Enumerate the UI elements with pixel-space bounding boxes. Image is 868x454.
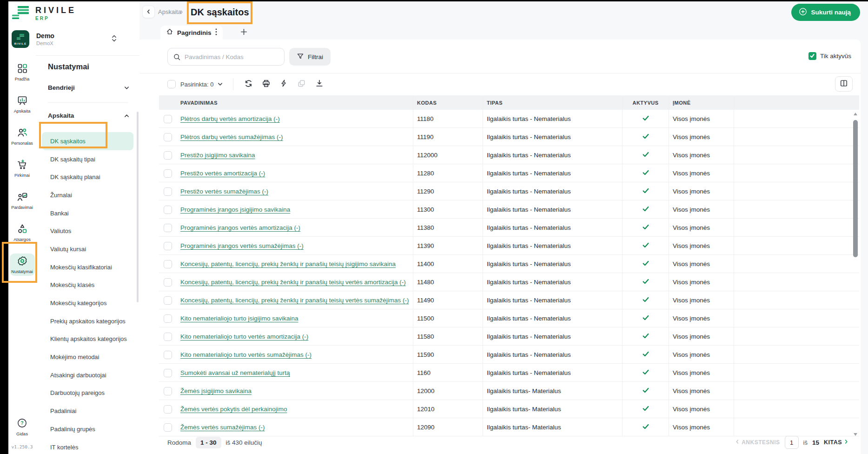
row-name-link[interactable]: Koncesijų, patentų, licencijų, prekių že… (180, 260, 396, 267)
sidebar-item[interactable]: Žurnalai (42, 186, 133, 204)
table-row: Kito nematerialiojo turto įsigijimo savi… (159, 309, 859, 327)
sidebar-item[interactable]: DK sąskaitos (42, 132, 133, 150)
scroll-down-icon[interactable] (854, 433, 857, 436)
export-button[interactable] (311, 77, 328, 91)
sidebar-item[interactable]: Darbuotojų pareigos (42, 384, 133, 402)
row-name-link[interactable]: Kito nematerialiojo turto vertės sumažėj… (180, 351, 311, 358)
prev-page-button[interactable]: ANKSTESNIS (735, 439, 780, 446)
tab-pagrindinis[interactable]: Pagrindinis (160, 26, 223, 40)
workspace-updown-icon[interactable] (112, 34, 117, 44)
sidebar-item[interactable]: Valiutų kursai (42, 240, 133, 258)
sidebar-group-bendrieji[interactable]: Bendrieji (48, 81, 129, 94)
row-checkbox[interactable] (164, 405, 172, 414)
row-checkbox[interactable] (164, 206, 172, 214)
row-checkbox[interactable] (164, 423, 172, 432)
row-name-link[interactable]: Žemės įsigijimo savikaina (180, 387, 252, 394)
row-checkbox[interactable] (164, 333, 172, 341)
row-checkbox[interactable] (164, 242, 172, 250)
workspace-avatar: RIVILE (12, 30, 29, 48)
columns-settings-button[interactable] (835, 76, 853, 92)
rail-item[interactable]: Pirkimai (10, 157, 35, 180)
scroll-up-icon[interactable] (854, 113, 857, 115)
row-checkbox[interactable] (164, 151, 172, 160)
sidebar-item[interactable]: Mokesčių klasės (42, 276, 133, 294)
print-button[interactable] (258, 77, 275, 91)
sidebar-item[interactable]: DK sąskaitų planai (42, 168, 133, 186)
row-checkbox[interactable] (164, 278, 172, 287)
copy-button[interactable] (293, 77, 311, 91)
select-all-checkbox[interactable] (167, 80, 176, 88)
rail-item[interactable]: Apskaita (10, 93, 35, 115)
add-tab-button[interactable] (238, 27, 249, 38)
active-only-toggle[interactable]: Tik aktyvūs (808, 52, 851, 60)
search-input[interactable] (167, 48, 285, 66)
columns-icon (840, 79, 848, 89)
row-name-link[interactable]: Programinės įrangos įsigijimo savikaina (180, 206, 290, 213)
create-new-button[interactable]: Sukurti naują (791, 4, 860, 21)
sidebar-item[interactable]: Mokėjimo metodai (42, 348, 133, 366)
sidebar-item[interactable]: Padalinių grupės (42, 420, 133, 438)
row-name-link[interactable]: Koncesijų, patentų, licencijų, prekių že… (180, 279, 406, 286)
rail-item[interactable]: Atsargos (10, 221, 35, 244)
row-name-link[interactable]: Plėtros darbų vertės amortizacija (-) (180, 115, 280, 122)
row-checkbox[interactable] (164, 351, 172, 359)
actions-button[interactable] (275, 77, 293, 91)
refresh-button[interactable] (240, 77, 258, 91)
row-checkbox[interactable] (164, 296, 172, 305)
row-checkbox[interactable] (164, 387, 172, 395)
back-button[interactable] (142, 6, 155, 18)
row-name-link[interactable]: Žemės vertės sumažėjimas (-) (180, 424, 265, 431)
sidebar-group-apskaita[interactable]: Apskaita (48, 109, 129, 122)
selected-chevron-icon[interactable] (218, 82, 223, 86)
row-checkbox[interactable] (164, 224, 172, 232)
sidebar-item[interactable]: Bankai (42, 204, 133, 222)
rail-item[interactable]: Pardavimai (10, 189, 35, 212)
row-code: 11180 (413, 110, 483, 128)
row-name-link[interactable]: Kito nematerialiojo turto vertės amortiz… (180, 333, 308, 340)
row-checkbox[interactable] (164, 187, 172, 196)
row-name-link[interactable]: Programinės įrangos vertės sumažėjimas (… (180, 242, 304, 249)
sidebar-item[interactable]: Mokesčių kategorijos (42, 294, 133, 312)
row-checkbox[interactable] (164, 314, 172, 323)
row-name-link[interactable]: Sumokėti avansai už nematerialųjį turtą (180, 369, 290, 376)
sidebar-item[interactable]: Padaliniai (42, 402, 133, 420)
table-scrollbar[interactable] (852, 113, 859, 436)
row-checkbox[interactable] (164, 260, 172, 268)
rail-item[interactable]: Pradžia (10, 61, 35, 83)
sidebar-item[interactable]: DK sąskaitų tipai (42, 150, 133, 168)
row-name-link[interactable]: Koncesijų, patentų, licencijų, prekių že… (180, 297, 409, 304)
sidebar-item[interactable]: Atsakingi darbuotojai (42, 366, 133, 384)
row-name-link[interactable]: Prestižo įsigijimo savikaina (180, 152, 255, 159)
selected-count-label[interactable]: Pasirinkta: 0 (180, 81, 214, 88)
sidebar-item[interactable]: Prekių apskaitos kategorijos (42, 312, 133, 330)
tab-kebab-icon[interactable] (215, 28, 217, 37)
filter-button[interactable]: Filtrai (289, 48, 331, 66)
main-area: Apskaita DK sąskaitos Sukurti naują Pagr… (139, 1, 868, 454)
scrollbar-thumb[interactable] (853, 120, 858, 257)
sidebar-item[interactable]: IT kortelės (42, 438, 133, 454)
row-name-link[interactable]: Kito nematerialiojo turto įsigijimo savi… (180, 315, 298, 322)
page-input[interactable] (785, 436, 799, 449)
row-name-link[interactable]: Žemės vertės pokytis dėl perkainojimo (180, 406, 287, 413)
row-name-link[interactable]: Prestižo vertės sumažėjimas (-) (180, 188, 268, 195)
total-label: iš 430 eilučių (226, 439, 262, 446)
sidebar-item[interactable]: Klientų apskaitos kategorijos (42, 330, 133, 348)
row-checkbox[interactable] (164, 133, 172, 141)
next-page-button[interactable]: KITAS (824, 439, 848, 446)
sidebar-item[interactable]: Mokesčių klasifikatoriai (42, 258, 133, 276)
rail-item[interactable]: Personalas (10, 125, 35, 147)
row-checkbox[interactable] (164, 369, 172, 377)
row-name-link[interactable]: Prestižo vertės amortizacija (-) (180, 170, 265, 177)
row-name-link[interactable]: Plėtros darbų vertės sumažėjimas (-) (180, 134, 283, 140)
row-checkbox[interactable] (164, 169, 172, 178)
active-check-icon (642, 387, 649, 395)
sidebar-scrollbar[interactable] (137, 112, 139, 302)
row-name-link[interactable]: Programinės įrangos vertės amortizacija … (180, 224, 300, 231)
sidebar-item[interactable]: Valiutos (42, 222, 133, 240)
active-only-checkbox[interactable] (808, 52, 816, 60)
workspace-selector[interactable]: RIVILE Demo DemoX (12, 29, 135, 49)
breadcrumb[interactable]: Apskaita (158, 6, 181, 18)
rail-item[interactable]: Nustatymai (10, 254, 35, 276)
row-checkbox[interactable] (164, 115, 172, 123)
guide-button[interactable]: ? Gidas (8, 418, 36, 436)
